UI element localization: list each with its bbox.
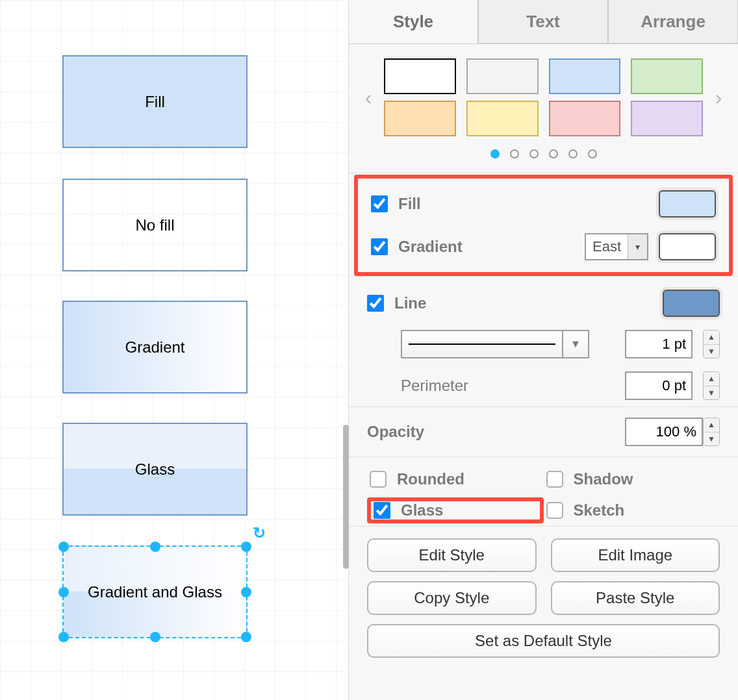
line-style-select[interactable] xyxy=(401,330,563,358)
line-color-well[interactable] xyxy=(663,290,720,317)
tab-label: Arrange xyxy=(641,12,706,32)
pager-dot[interactable] xyxy=(588,149,597,158)
gradient-color-well[interactable] xyxy=(659,233,716,260)
shadow-checkbox[interactable] xyxy=(546,471,563,488)
rounded-checkbox[interactable] xyxy=(370,471,387,488)
opacity-input[interactable] xyxy=(625,418,703,446)
button-label: Paste Style xyxy=(596,589,674,607)
fill-checkbox[interactable] xyxy=(371,195,388,212)
opacity-section: Opacity ▲ ▼ xyxy=(349,406,738,456)
resize-handle[interactable] xyxy=(58,632,69,642)
line-width-input[interactable] xyxy=(625,330,693,358)
rounded-label: Rounded xyxy=(397,470,464,488)
pager-dot[interactable] xyxy=(529,149,539,158)
stepper-up-icon[interactable]: ▲ xyxy=(704,331,719,345)
chevron-down-icon[interactable]: ▼ xyxy=(563,330,589,358)
shape-glass[interactable]: Glass xyxy=(62,423,248,516)
line-label: Line xyxy=(394,294,426,312)
swatch-pager xyxy=(490,144,597,168)
shape-label: Gradient and Glass xyxy=(88,583,222,601)
chevron-down-icon: ▾ xyxy=(628,234,647,259)
pager-dot[interactable] xyxy=(549,149,558,158)
perimeter-stepper[interactable]: ▲ ▼ xyxy=(703,371,720,400)
shape-label: Fill xyxy=(145,93,165,111)
style-actions: Edit Style Edit Image Copy Style Paste S… xyxy=(349,526,738,669)
stepper-down-icon[interactable]: ▼ xyxy=(704,432,719,446)
gradient-row: Gradient East ▾ xyxy=(371,233,716,260)
tab-label: Style xyxy=(393,12,433,32)
tab-text[interactable]: Text xyxy=(478,0,608,44)
shape-gradient[interactable]: Gradient xyxy=(62,301,248,394)
tab-label: Text xyxy=(526,12,560,32)
sketch-checkbox[interactable] xyxy=(546,502,563,519)
stepper-up-icon[interactable]: ▲ xyxy=(704,372,719,386)
rounded-option[interactable]: Rounded xyxy=(367,466,544,492)
scrollbar-thumb[interactable] xyxy=(343,425,349,569)
line-preview xyxy=(409,344,555,345)
line-checkbox[interactable] xyxy=(367,295,384,312)
button-label: Copy Style xyxy=(414,589,489,607)
effects-section: Rounded Shadow Glass Sketch xyxy=(349,456,738,526)
gradient-label: Gradient xyxy=(398,238,463,256)
pager-dot[interactable] xyxy=(568,149,578,158)
perimeter-label: Perimeter xyxy=(401,377,468,395)
resize-handle[interactable] xyxy=(58,542,69,552)
resize-handle[interactable] xyxy=(241,542,251,552)
canvas[interactable]: Fill No fill Gradient Glass Gradient and… xyxy=(0,0,349,700)
shape-label: No fill xyxy=(135,216,174,234)
color-swatch[interactable] xyxy=(384,101,456,136)
pager-dot[interactable] xyxy=(490,149,500,158)
stepper-up-icon[interactable]: ▲ xyxy=(704,418,719,432)
color-swatch[interactable] xyxy=(466,58,539,94)
paste-style-button[interactable]: Paste Style xyxy=(551,581,720,615)
pager-dot[interactable] xyxy=(510,149,519,158)
gradient-checkbox[interactable] xyxy=(371,238,388,255)
resize-handle[interactable] xyxy=(58,587,69,597)
gradient-direction-value: East xyxy=(592,238,621,255)
fill-row: Fill xyxy=(371,190,716,218)
line-width-stepper[interactable]: ▲ ▼ xyxy=(703,330,720,358)
panel-tabs: Style Text Arrange xyxy=(349,0,738,44)
swatch-grid xyxy=(384,58,703,136)
resize-handle[interactable] xyxy=(150,542,160,552)
shape-fill[interactable]: Fill xyxy=(62,55,248,148)
resize-handle[interactable] xyxy=(241,587,251,597)
perimeter-input[interactable] xyxy=(625,371,693,400)
copy-style-button[interactable]: Copy Style xyxy=(367,581,537,615)
color-swatch[interactable] xyxy=(549,101,621,136)
glass-option-highlighted[interactable]: Glass xyxy=(367,497,544,523)
sketch-option[interactable]: Sketch xyxy=(544,497,720,523)
color-swatch-area: ‹ › xyxy=(349,44,738,173)
stepper-down-icon[interactable]: ▼ xyxy=(704,386,719,400)
resize-handle[interactable] xyxy=(150,632,160,642)
tab-arrange[interactable]: Arrange xyxy=(608,0,738,44)
edit-style-button[interactable]: Edit Style xyxy=(367,538,537,572)
color-swatch[interactable] xyxy=(549,58,621,94)
resize-handle[interactable] xyxy=(241,632,251,642)
fill-label: Fill xyxy=(398,195,421,213)
edit-image-button[interactable]: Edit Image xyxy=(551,538,720,572)
color-swatch[interactable] xyxy=(466,101,539,136)
button-label: Edit Style xyxy=(419,546,485,564)
opacity-stepper[interactable]: ▲ ▼ xyxy=(703,418,720,446)
tab-style[interactable]: Style xyxy=(349,0,478,44)
rotate-handle-icon[interactable]: ↻ xyxy=(253,524,266,542)
color-swatch[interactable] xyxy=(384,58,456,94)
color-swatch[interactable] xyxy=(631,101,703,136)
opacity-label: Opacity xyxy=(367,423,424,441)
shadow-option[interactable]: Shadow xyxy=(544,466,720,492)
stepper-down-icon[interactable]: ▼ xyxy=(704,345,719,358)
set-default-style-button[interactable]: Set as Default Style xyxy=(367,624,720,658)
shape-nofill[interactable]: No fill xyxy=(62,179,248,271)
shadow-label: Shadow xyxy=(574,470,633,488)
fill-color-well[interactable] xyxy=(659,190,716,218)
glass-checkbox[interactable] xyxy=(374,502,390,519)
button-label: Set as Default Style xyxy=(475,632,612,650)
swatch-next-icon[interactable]: › xyxy=(711,86,726,110)
fill-gradient-highlighted-section: Fill Gradient East ▾ xyxy=(354,175,733,276)
color-swatch[interactable] xyxy=(631,58,703,94)
shape-label: Gradient xyxy=(125,338,184,356)
swatch-prev-icon[interactable]: ‹ xyxy=(361,86,376,110)
gradient-direction-select[interactable]: East ▾ xyxy=(585,233,648,260)
shape-gradient-glass-selected[interactable]: Gradient and Glass ↻ xyxy=(62,545,248,638)
